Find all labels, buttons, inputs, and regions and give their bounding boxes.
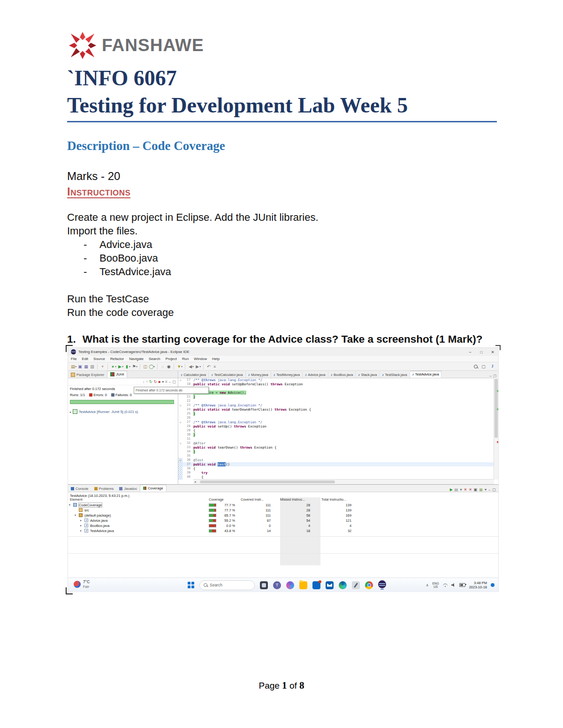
row-expander-icon[interactable]: ▾ xyxy=(69,503,70,506)
row-expander-icon[interactable]: ▾ xyxy=(75,513,76,517)
battery-icon[interactable] xyxy=(459,583,465,587)
coverage-row--default-package-[interactable]: ▾(default package)65.7 %11158169 xyxy=(68,513,498,518)
eclipse-icon[interactable] xyxy=(378,580,386,588)
view-tab-package-explorer[interactable]: Package Explorer xyxy=(68,372,107,378)
editor-tab-advice-java[interactable]: JAdvice.java xyxy=(303,372,328,378)
editor-tab-testmoney-java[interactable]: JTestMoney.java xyxy=(271,372,303,378)
new-java-project-icon[interactable]: ◫ xyxy=(142,364,148,369)
column-header-3[interactable]: Missed Instruc... xyxy=(280,497,305,503)
mail-icon[interactable] xyxy=(326,581,334,589)
menu-navigate[interactable]: Navigate xyxy=(129,357,144,361)
dropdown-arrow-icon[interactable]: ▾ xyxy=(122,365,123,368)
maximize-view-icon[interactable]: ▢ xyxy=(492,488,496,492)
dropdown-arrow-icon[interactable]: ▾ xyxy=(153,365,155,368)
maximize-view-icon[interactable]: ▢ xyxy=(172,380,176,384)
copilot-icon[interactable] xyxy=(286,581,294,589)
restore-perspective-icon[interactable]: ▢ xyxy=(480,364,487,369)
volume-icon[interactable] xyxy=(451,583,456,587)
menu-help[interactable]: Help xyxy=(212,357,220,361)
view-tab-console[interactable]: Console xyxy=(68,486,91,492)
previous-failed-test-icon[interactable]: ↑ xyxy=(146,380,148,384)
view-menu-icon[interactable]: ≡ xyxy=(165,380,167,384)
editor-tab-teststack-java[interactable]: JTestStack.java xyxy=(380,372,410,378)
open-type-icon[interactable]: ◌ xyxy=(160,364,166,369)
coverage-row-testadvice-java[interactable]: ▸JTestAdvice.java43.8 %141832 xyxy=(68,528,498,533)
menu-window[interactable]: Window xyxy=(194,357,207,361)
dropdown-arrow-icon[interactable]: ▾ xyxy=(129,365,130,368)
maximize-button[interactable]: □ xyxy=(476,350,487,354)
weather-widget[interactable]: 7°C Fair xyxy=(74,580,90,589)
minimize-view-icon[interactable]: – xyxy=(169,380,171,384)
tray-chevron-icon[interactable]: ∧ xyxy=(426,583,429,587)
rerun-failed-first-icon[interactable]: ↻ xyxy=(154,380,157,384)
menu-project[interactable]: Project xyxy=(166,357,177,361)
dropdown-arrow-icon[interactable]: ▾ xyxy=(181,365,183,368)
horizontal-scrollbar-thumb[interactable] xyxy=(200,480,335,483)
coverage-row-codecoverage[interactable]: ▾CodeCoverage77.7 %11128139 xyxy=(68,503,498,508)
java-perspective-icon[interactable]: J xyxy=(489,364,495,368)
code-area[interactable]: ⊖17/** @throws java.lang.Exception */18p… xyxy=(178,378,494,480)
wifi-icon[interactable] xyxy=(443,584,448,587)
view-tab-javadoc[interactable]: Javadoc xyxy=(116,486,140,492)
close-button[interactable]: ✕ xyxy=(487,350,498,354)
menu-file[interactable]: File xyxy=(71,357,77,361)
vertical-scrollbar[interactable] xyxy=(494,378,498,480)
horizontal-scrollbar[interactable]: ◂ xyxy=(193,479,494,484)
menu-search[interactable]: Search xyxy=(149,357,160,361)
start-button[interactable] xyxy=(188,582,194,588)
menu-edit[interactable]: Edit xyxy=(82,357,88,361)
taskbar-clock[interactable]: 3:48 PM 2023-10-18 xyxy=(469,581,487,590)
print-icon[interactable]: ▥ xyxy=(89,364,95,369)
teams-icon[interactable] xyxy=(273,581,281,589)
coverage-row-advice-java[interactable]: ▸JAdvice.java55.2 %6754121 xyxy=(68,518,498,523)
code-editor[interactable]: JCalculator.javaJTestCalculator.javaJMon… xyxy=(178,371,498,484)
file-explorer-icon[interactable] xyxy=(299,581,307,589)
minimize-view-icon[interactable]: – xyxy=(488,488,490,492)
menu-run[interactable]: Run xyxy=(182,357,189,361)
editor-tab-calculator-java[interactable]: JCalculator.java xyxy=(178,372,209,378)
notification-dot[interactable] xyxy=(491,583,495,587)
search-toolbar-icon[interactable]: ◉ xyxy=(166,364,172,369)
language-indicator[interactable]: ENG US xyxy=(433,582,439,588)
edge-icon[interactable] xyxy=(339,581,347,589)
coverage-row-booboo-java[interactable]: ▸JBooBoo.java0.0 %044 xyxy=(68,523,498,528)
column-header-1[interactable]: Coverage xyxy=(209,497,224,503)
view-tab-junit[interactable]: JUnit xyxy=(107,371,127,378)
store-icon[interactable] xyxy=(312,581,320,589)
dropdown-arrow-icon[interactable]: ▾ xyxy=(136,365,137,368)
remove-all-sessions-icon[interactable]: ✕ xyxy=(469,488,472,492)
menu-refactor[interactable]: Refactor xyxy=(110,357,124,361)
build-all-icon[interactable]: + xyxy=(99,364,106,369)
collapse-all-icon[interactable]: ▣ xyxy=(474,488,478,492)
view-tab-coverage[interactable]: Coverage xyxy=(140,485,167,492)
view-menu-icon[interactable]: ▾ xyxy=(485,488,487,492)
last-edit-location-icon[interactable]: ↶ xyxy=(205,364,212,369)
search-box[interactable]: Search xyxy=(199,580,255,590)
coverage-launch-icon[interactable]: ▶ xyxy=(450,488,453,492)
remove-session-icon[interactable]: ✕ xyxy=(464,488,467,492)
dropdown-arrow-icon[interactable]: ▾ xyxy=(115,365,116,368)
column-header-4[interactable]: Total Instructio... xyxy=(321,497,346,503)
pin-editor-icon[interactable]: ≡ xyxy=(212,364,218,369)
editor-tab-testadvice-java[interactable]: JTestAdvice.java xyxy=(410,371,442,378)
next-failed-test-icon[interactable]: ↓ xyxy=(143,380,145,384)
dropdown-arrow-icon[interactable]: ▾ xyxy=(199,365,201,368)
row-expander-icon[interactable]: ▸ xyxy=(80,524,82,527)
minimize-editor-icon[interactable]: – xyxy=(489,374,491,378)
link-with-selection-icon[interactable]: ▦ xyxy=(479,488,483,492)
tools-icon[interactable] xyxy=(352,581,360,589)
editor-tab-money-java[interactable]: JMoney.java xyxy=(246,372,271,378)
dropdown-icon[interactable]: ▾ xyxy=(460,488,462,492)
save-icon[interactable]: ▣ xyxy=(77,364,83,369)
maximize-editor-icon[interactable]: ▢ xyxy=(493,374,496,378)
editor-tab-booboo-java[interactable]: JBooBoo.java xyxy=(328,372,356,378)
dropdown-arrow-icon[interactable]: ▾ xyxy=(192,365,194,368)
editor-tab-stack-java[interactable]: JStack.java xyxy=(356,372,380,378)
coverage-row-src[interactable]: src77.7 %11128139 xyxy=(68,508,498,513)
column-header-0[interactable]: Element xyxy=(70,497,83,503)
junit-test-tree-item[interactable]: ▸ TestAdvice [Runner: JUnit 5] (0.021 s) xyxy=(68,405,178,414)
row-expander-icon[interactable]: ▸ xyxy=(80,529,82,532)
row-expander-icon[interactable]: ▸ xyxy=(80,518,82,522)
minimize-button[interactable]: – xyxy=(464,350,476,354)
tree-expander-icon[interactable]: ▸ xyxy=(70,410,71,413)
